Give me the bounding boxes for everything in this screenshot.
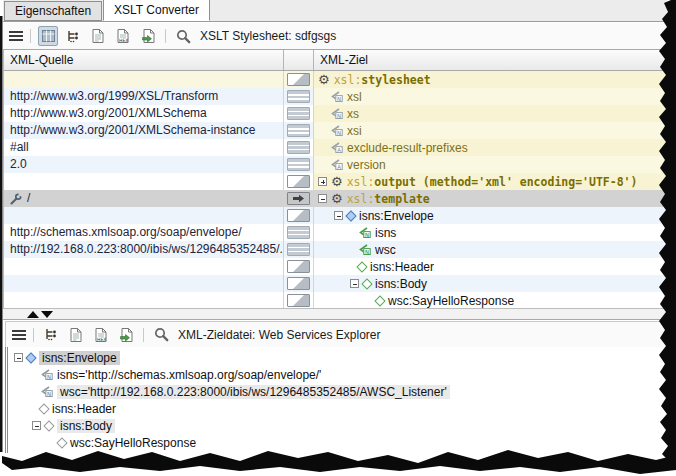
target-node-xs[interactable]: N xs: [314, 105, 667, 122]
namespace-icon: N: [358, 244, 371, 255]
svg-text:HEX: HEX: [119, 38, 129, 43]
tree-view-icon[interactable]: [63, 26, 83, 46]
expand-icon[interactable]: [318, 177, 327, 186]
namespace-icon: N: [40, 369, 53, 380]
source-cell[interactable]: [4, 71, 284, 88]
target-node-version[interactable]: A version: [314, 156, 667, 173]
target-node-sayhelloresponse[interactable]: wsc:SayHelloResponse: [314, 292, 667, 308]
source-cell[interactable]: [4, 173, 284, 190]
document-transform-icon[interactable]: [116, 325, 136, 345]
target-node-isns[interactable]: N isns: [314, 224, 667, 241]
tree-node-body[interactable]: isns:Body: [8, 417, 667, 434]
mapping-row: #all A exclude-result-prefixes: [4, 139, 667, 156]
tree-node-sayhelloresponse[interactable]: wsc:SayHelloResponse: [8, 434, 667, 451]
source-cell[interactable]: [4, 258, 284, 275]
mapping-column-header: [284, 50, 314, 70]
document-icon[interactable]: [88, 26, 108, 46]
toolbar-separator: [33, 328, 34, 342]
stylesheet-title: XSLT Stylesheet: sdfgsgs: [200, 29, 336, 43]
mapping-button[interactable]: [287, 260, 310, 273]
collapse-icon[interactable]: [350, 279, 359, 288]
source-cell[interactable]: 2.0: [4, 156, 284, 173]
target-node-xsi[interactable]: N xsi: [314, 122, 667, 139]
mapping-row: wsc:SayHelloResponse: [4, 292, 667, 308]
tab-eigenschaften[interactable]: Eigenschaften: [4, 1, 102, 21]
collapse-icon[interactable]: [334, 211, 343, 220]
toolbar-separator: [143, 328, 144, 342]
target-node-stylesheet[interactable]: ⚙ xsl:stylesheet: [314, 71, 667, 88]
mapping-row: http://192.168.0.223:8000/ibis/ws/129648…: [4, 241, 667, 258]
source-cell[interactable]: http://www.w3.org/2001/XMLSchema: [4, 105, 284, 122]
mapping-button[interactable]: [287, 73, 310, 86]
tree-node-envelope[interactable]: isns:Envelope: [8, 349, 667, 366]
mapping-row-selected: / ⚙ xsl:template: [4, 190, 667, 207]
target-node-wsc[interactable]: N wsc: [314, 241, 667, 258]
target-node-body[interactable]: isns:Body: [314, 275, 667, 292]
splitter-collapse-down-icon[interactable]: [41, 311, 53, 318]
grid-view-icon[interactable]: [38, 26, 58, 46]
source-cell[interactable]: [4, 275, 284, 292]
mapping-button[interactable]: [287, 209, 310, 222]
mapping-arrow-button[interactable]: [287, 192, 310, 205]
source-cell[interactable]: http://www.w3.org/1999/XSL/Transform: [4, 88, 284, 105]
toolbar-separator: [30, 29, 31, 43]
element-icon: [38, 403, 49, 414]
mapping-button[interactable]: [287, 243, 310, 256]
toolbar-separator: [165, 29, 166, 43]
collapse-icon[interactable]: [14, 353, 23, 362]
tab-xslt-converter[interactable]: XSLT Converter: [103, 0, 210, 21]
collapse-icon[interactable]: [318, 194, 327, 203]
mapping-button[interactable]: [287, 124, 310, 137]
namespace-icon: N: [330, 91, 343, 102]
source-cell[interactable]: #all: [4, 139, 284, 156]
svg-text:N: N: [365, 232, 369, 238]
document-hex-icon[interactable]: HEX: [113, 26, 133, 46]
mapped-element-icon: [345, 210, 356, 221]
mapping-button[interactable]: [287, 158, 310, 171]
target-column-header[interactable]: XML-Ziel: [314, 50, 667, 70]
search-icon: [151, 325, 171, 345]
tree-node-header[interactable]: isns:Header: [8, 400, 667, 417]
document-transform-icon[interactable]: [138, 26, 158, 46]
mapping-row: http://schemas.xmlsoap.org/soap/envelope…: [4, 224, 667, 241]
collapse-icon[interactable]: [32, 421, 41, 430]
target-node-exclude-result-prefixes[interactable]: A exclude-result-prefixes: [314, 139, 667, 156]
tree-node-wsc-namespace[interactable]: N wsc='http://192.168.0.223:8000/ibis/ws…: [8, 383, 667, 400]
mapping-button[interactable]: [287, 175, 310, 188]
target-node-output[interactable]: ⚙ xsl:output (method='xml' encoding='UTF…: [314, 173, 667, 190]
source-column-header[interactable]: XML-Quelle: [4, 50, 284, 70]
mapping-row: ⚙ xsl:stylesheet: [4, 71, 667, 88]
tab-bar: Eigenschaften XSLT Converter: [3, 0, 667, 22]
mapping-button[interactable]: [287, 107, 310, 120]
menu-icon[interactable]: [9, 31, 23, 41]
source-cell[interactable]: [4, 207, 284, 224]
mapping-row: isns:Envelope: [4, 207, 667, 224]
svg-text:N: N: [337, 96, 341, 102]
target-node-header[interactable]: isns:Header: [314, 258, 667, 275]
mapping-row: http://www.w3.org/2001/XMLSchema-instanc…: [4, 122, 667, 139]
mapping-row: isns:Header: [4, 258, 667, 275]
target-node-envelope[interactable]: isns:Envelope: [314, 207, 667, 224]
namespace-icon: N: [330, 125, 343, 136]
tree-node-isns-namespace[interactable]: N isns='http://schemas.xmlsoap.org/soap/…: [8, 366, 667, 383]
mapping-button[interactable]: [287, 90, 310, 103]
target-node-xsl[interactable]: N xsl: [314, 88, 667, 105]
target-node-template[interactable]: ⚙ xsl:template: [314, 190, 667, 207]
pane-splitter[interactable]: [3, 308, 667, 320]
document-icon[interactable]: [66, 325, 86, 345]
mapping-button[interactable]: [287, 294, 310, 307]
source-cell-root[interactable]: /: [4, 190, 284, 207]
source-cell[interactable]: http://www.w3.org/2001/XMLSchema-instanc…: [4, 122, 284, 139]
source-cell[interactable]: http://192.168.0.223:8000/ibis/ws/129648…: [4, 241, 284, 258]
mapping-button[interactable]: [287, 277, 310, 290]
source-cell[interactable]: http://schemas.xmlsoap.org/soap/envelope…: [4, 224, 284, 241]
document-hex-icon[interactable]: HEX: [91, 325, 111, 345]
xslt-converter-window: Eigenschaften XSLT Converter HEX XSLT St…: [0, 0, 676, 476]
splitter-collapse-up-icon[interactable]: [27, 311, 39, 318]
tree-view-icon[interactable]: [41, 325, 61, 345]
mapping-button[interactable]: [287, 141, 310, 154]
source-cell[interactable]: [4, 292, 284, 308]
menu-icon[interactable]: [12, 330, 26, 340]
mapping-button[interactable]: [287, 226, 310, 239]
element-icon: [56, 437, 67, 448]
